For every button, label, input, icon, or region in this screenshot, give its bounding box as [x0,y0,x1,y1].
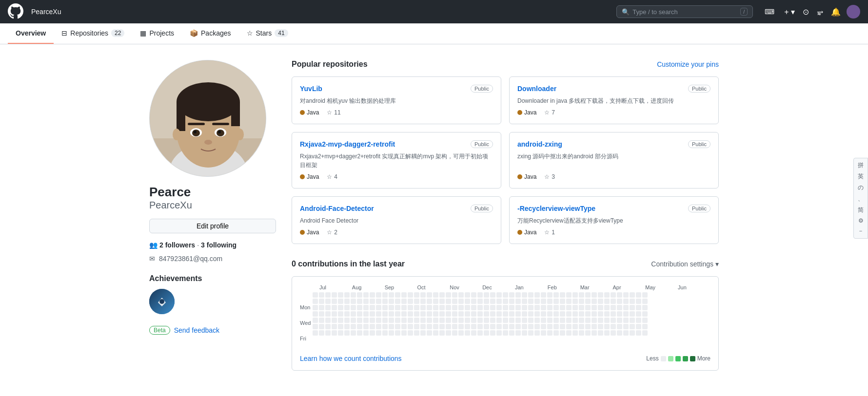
graph-cell [325,299,331,304]
contribution-settings[interactable]: Contribution settings ▾ [651,260,719,268]
graph-cell [490,299,495,304]
following-label: following [207,241,237,249]
issues-icon[interactable]: ⊙ [801,5,811,19]
graph-week [439,292,445,351]
terminal-icon[interactable]: ⌨ [761,6,778,18]
notifications-icon[interactable]: 🔔 [829,5,843,19]
star-count: 7 [552,109,555,116]
day-mon: Mon [300,304,311,311]
ime-item[interactable]: の [856,183,866,193]
profile-sidebar: 🙂 Pearce PearceXu Edit profile 👥 2 follo… [149,60,276,371]
send-feedback-link[interactable]: Send feedback [174,326,219,334]
graph-cell [389,330,394,336]
graph-cell [344,324,350,329]
graph-cell [427,311,432,317]
star-icon: ☆ [327,229,332,236]
graph-cell [585,305,591,310]
graph-cell [636,330,641,336]
graph-cell [541,324,546,329]
graph-cell [630,311,635,317]
graph-cell [572,318,578,323]
graph-cell [534,292,540,298]
more-label: More [697,355,710,362]
graph-cell [598,311,603,317]
ime-item[interactable]: － [856,226,866,236]
graph-cell [427,324,432,329]
ime-item[interactable]: 英 [856,171,866,182]
graph-cell [382,299,388,304]
graph-cell [382,311,388,317]
repo-meta: Java ☆ 11 [300,109,493,116]
nav-packages[interactable]: 📦 Packages [182,23,238,44]
graph-cell [623,299,629,304]
svg-rect-6 [177,102,185,131]
graph-cell [382,305,388,310]
search-placeholder: Type / to search [632,8,740,16]
graph-week [630,292,635,351]
edit-profile-button[interactable]: Edit profile [149,219,276,233]
graph-cell [553,318,559,323]
graph-week [458,292,464,351]
graph-cell [547,330,552,336]
nav-overview[interactable]: Overview [8,23,54,44]
user-avatar[interactable] [847,5,860,19]
nav-projects[interactable]: ▦ Projects [132,23,182,44]
lang-dot [300,230,305,235]
graph-cell [471,305,476,310]
customize-pins-link[interactable]: Customize your pins [657,60,719,68]
graph-cell [395,292,400,298]
beta-feedback: Beta Send feedback [149,326,276,335]
graph-cell [389,318,394,323]
graph-cell [439,330,445,336]
lang-dot [517,174,522,179]
graph-cell [541,305,546,310]
graph-cell [547,292,552,298]
graph-cell [636,311,641,317]
github-logo[interactable] [8,3,23,20]
repo-name[interactable]: Android-Face-Detector [300,205,374,212]
graph-cell [560,311,565,317]
repo-stars: ☆ 7 [544,109,555,116]
graph-cell [528,299,533,304]
repo-name[interactable]: Rxjava2-mvp-dagger2-retrofit [300,140,395,148]
learn-contributions-link[interactable]: Learn how we count contributions [300,355,402,362]
repo-name[interactable]: Downloader [517,85,556,93]
ime-item[interactable]: ⚙ [856,216,866,225]
graph-months: JulAugSepOctNovDecJanFebMarAprMayJun [319,284,710,290]
graph-cell [553,305,559,310]
nav-repositories[interactable]: ⊟ Repositories 22 [54,23,132,44]
repo-name[interactable]: -Recyclerview-viewType [517,205,595,212]
graph-cell [534,305,540,310]
graph-cell [572,311,578,317]
graph-cell [547,299,552,304]
graph-cell [522,324,527,329]
star-icon: ☆ [544,109,550,116]
graph-cell [344,299,350,304]
graph-cell [585,299,591,304]
month-label: Mar [580,284,613,290]
graph-cell [509,292,514,298]
graph-week [420,292,426,351]
repo-name[interactable]: android-zxing [517,140,562,148]
graph-cell [553,299,559,304]
nav-stars[interactable]: ☆ Stars 41 [239,23,296,44]
repo-name[interactable]: YuvLib [300,85,322,93]
ime-item[interactable]: 拼 [856,160,866,170]
repo-stars: ☆ 4 [327,173,337,180]
followers-link[interactable]: 2 followers [159,241,195,249]
graph-cell [370,292,375,298]
graph-cell [522,330,527,336]
lang-name: Java [524,173,536,180]
following-link[interactable]: 3 following [201,241,237,249]
search-box[interactable]: 🔍 Type / to search / [616,5,753,18]
followers-label: followers [165,241,195,249]
graph-cell [332,324,337,329]
graph-cell [541,330,546,336]
new-button[interactable]: + ▾ [782,5,797,19]
ime-item[interactable]: 、 [856,194,866,204]
graph-cell [503,324,508,329]
pull-requests-icon[interactable]: ⥵ [815,5,825,19]
graph-cell [598,318,603,323]
ime-item[interactable]: 简 [856,205,866,215]
graph-cell [351,324,356,329]
